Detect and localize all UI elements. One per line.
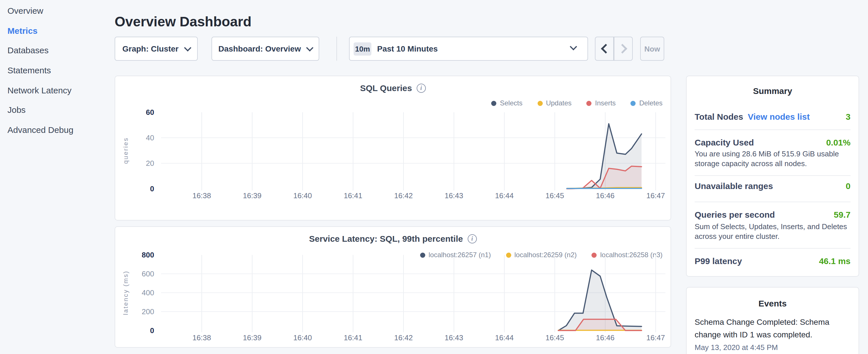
chevron-left-icon xyxy=(601,44,610,54)
capacity-note: You are using 28.6 MiB of 515.9 GiB usab… xyxy=(694,150,852,168)
capacity-used-label: Capacity Used xyxy=(694,137,754,147)
capacity-used-value: 0.01% xyxy=(826,137,850,147)
total-nodes-label: Total Nodes xyxy=(694,112,743,122)
events-title: Events xyxy=(687,298,859,308)
time-range-dropdown[interactable]: 10m Past 10 Minutes xyxy=(349,37,588,61)
y-tick-label: 60 xyxy=(146,108,154,117)
time-back-button[interactable] xyxy=(595,37,614,61)
x-tick-label: 16:39 xyxy=(243,333,261,342)
p99-latency-label: P99 latency xyxy=(694,256,742,266)
x-tick-label: 16:42 xyxy=(394,333,413,342)
qps-value: 59.7 xyxy=(834,210,850,219)
summary-panel: Summary Total Nodes View nodes list 3 Ca… xyxy=(686,75,859,277)
time-range-badge: 10m xyxy=(353,42,371,55)
sidebar-item-statements[interactable]: Statements xyxy=(7,60,111,80)
chevron-down-icon xyxy=(306,44,313,51)
x-tick-label: 16:46 xyxy=(596,333,614,342)
unavailable-ranges-label: Unavailable ranges xyxy=(694,181,773,191)
now-button[interactable]: Now xyxy=(640,37,664,61)
x-tick-label: 16:40 xyxy=(293,191,312,200)
screenshot-stage: Overview Metrics Databases Statements Ne… xyxy=(0,0,868,354)
x-tick-label: 16:47 xyxy=(646,191,665,200)
controls-divider xyxy=(336,37,337,61)
x-tick-label: 16:47 xyxy=(646,333,665,342)
x-tick-label: 16:38 xyxy=(192,191,211,200)
x-tick-label: 16:41 xyxy=(344,333,362,342)
y-axis-title: latency (ms) xyxy=(122,270,129,315)
summary-row-total-nodes: Total Nodes View nodes list 3 xyxy=(694,112,850,122)
time-step-buttons xyxy=(595,37,633,61)
x-tick-label: 16:45 xyxy=(545,191,564,200)
x-tick-label: 16:38 xyxy=(192,333,211,342)
summary-row-unavailable-ranges: Unavailable ranges 0 xyxy=(694,181,850,191)
sidebar-item-jobs[interactable]: Jobs xyxy=(7,100,111,120)
summary-row-qps: Queries per second 59.7 xyxy=(694,210,850,219)
sidebar-item-overview[interactable]: Overview xyxy=(7,1,111,20)
sql-queries-card: SQL Queries i SelectsUpdatesInsertsDelet… xyxy=(115,75,671,221)
service-latency-card: Service Latency: SQL, 99th percentile i … xyxy=(115,226,671,348)
y-tick-label: 400 xyxy=(142,288,154,297)
y-tick-label: 40 xyxy=(146,133,154,142)
sidebar: Overview Metrics Databases Statements Ne… xyxy=(7,1,111,140)
graph-dropdown[interactable]: Graph: Cluster xyxy=(115,37,198,61)
summary-row-capacity: Capacity Used 0.01% xyxy=(694,137,850,147)
p99-latency-value: 46.1 ms xyxy=(819,256,850,266)
sidebar-item-metrics[interactable]: Metrics xyxy=(7,20,111,40)
y-tick-label: 800 xyxy=(142,251,154,259)
chevron-right-icon xyxy=(617,44,627,54)
events-panel: Events Schema Change Completed: Schema c… xyxy=(686,287,859,354)
time-range-label: Past 10 Minutes xyxy=(377,44,438,53)
divider xyxy=(694,202,850,202)
event-item-text[interactable]: Schema Change Completed: Schema change w… xyxy=(694,316,852,341)
y-tick-label: 600 xyxy=(142,269,154,278)
app-viewport: Overview Metrics Databases Statements Ne… xyxy=(0,0,868,354)
total-nodes-value: 3 xyxy=(846,112,850,122)
qps-note: Sum of Selects, Updates, Inserts, and De… xyxy=(694,222,852,241)
summary-row-p99-latency: P99 latency 46.1 ms xyxy=(694,256,850,266)
sidebar-item-network-latency[interactable]: Network Latency xyxy=(7,80,111,100)
y-tick-label: 0 xyxy=(150,326,154,335)
view-nodes-list-link[interactable]: View nodes list xyxy=(748,112,810,122)
divider xyxy=(694,248,850,249)
graph-dropdown-label: Graph: Cluster xyxy=(122,44,179,53)
qps-label: Queries per second xyxy=(694,210,775,219)
divider xyxy=(694,129,850,130)
x-tick-label: 16:44 xyxy=(495,191,514,200)
x-tick-label: 16:40 xyxy=(293,333,312,342)
y-tick-label: 200 xyxy=(142,307,154,316)
dashboard-dropdown[interactable]: Dashboard: Overview xyxy=(212,37,319,61)
time-forward-button[interactable] xyxy=(614,37,633,61)
x-tick-label: 16:43 xyxy=(444,333,463,342)
x-tick-label: 16:42 xyxy=(394,191,413,200)
x-tick-label: 16:39 xyxy=(243,191,261,200)
x-tick-label: 16:41 xyxy=(344,191,362,200)
summary-title: Summary xyxy=(687,86,859,96)
sidebar-item-databases[interactable]: Databases xyxy=(7,40,111,60)
dashboard-dropdown-label: Dashboard: Overview xyxy=(218,44,301,53)
x-tick-label: 16:45 xyxy=(545,333,564,342)
service-latency-chart[interactable]: 16:3816:3916:4016:4116:4216:4316:4416:45… xyxy=(115,227,671,347)
event-item-time: May 13, 2020 at 4:45 PM xyxy=(694,343,852,352)
y-axis-title: queries xyxy=(122,137,129,164)
chevron-down-icon xyxy=(184,44,191,51)
sql-queries-chart[interactable]: 16:3816:3916:4016:4116:4216:4316:4416:45… xyxy=(115,76,671,220)
sidebar-item-advanced-debug[interactable]: Advanced Debug xyxy=(7,120,111,139)
y-tick-label: 0 xyxy=(150,185,154,193)
y-tick-label: 20 xyxy=(146,159,154,167)
x-tick-label: 16:43 xyxy=(444,191,463,200)
divider xyxy=(694,175,850,176)
unavailable-ranges-value: 0 xyxy=(846,181,850,191)
page-title: Overview Dashboard xyxy=(115,14,252,30)
x-tick-label: 16:46 xyxy=(596,191,614,200)
x-tick-label: 16:44 xyxy=(495,333,514,342)
